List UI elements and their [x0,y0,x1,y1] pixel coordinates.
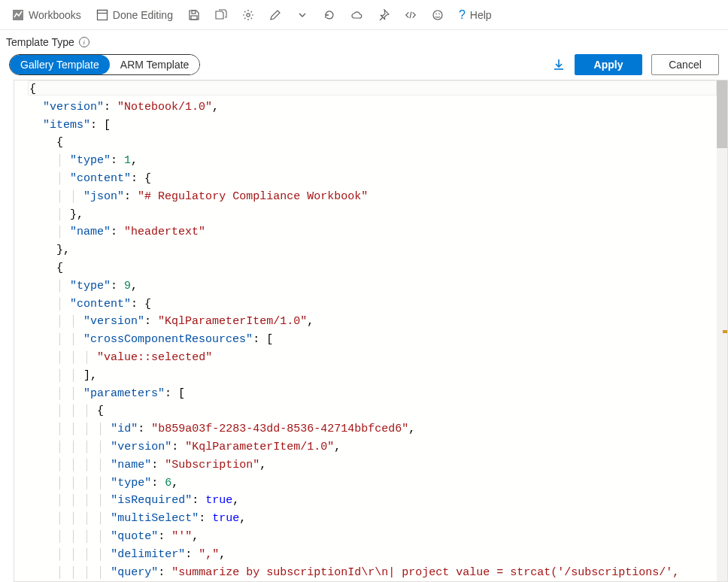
svg-rect-3 [192,11,196,14]
template-type-row: Template Type i [5,36,89,48]
save-as-icon [215,9,227,21]
pencil-icon [269,9,281,21]
template-type-toggle: Gallery Template ARM Template [9,54,200,75]
workbooks-icon [12,9,24,21]
template-type-label: Template Type [6,36,74,48]
toggle-gallery-label: Gallery Template [20,59,99,71]
refresh-icon [323,9,335,21]
toggle-gallery-template[interactable]: Gallery Template [10,55,110,74]
scrollbar-thumb[interactable] [717,80,727,148]
sub-header: Template Type i Gallery Template ARM Tem… [0,30,728,78]
toggle-arm-template[interactable]: ARM Template [110,55,200,74]
svg-rect-4 [191,16,197,20]
pin-icon [378,9,390,21]
done-editing-label: Done Editing [113,9,173,21]
cancel-button-label: Cancel [669,59,702,71]
editor-content[interactable]: { "version": "Notebook/1.0", "items": [ … [28,80,717,581]
feedback-button[interactable] [426,3,450,27]
code-button[interactable] [399,3,423,27]
edit-button[interactable] [263,3,287,27]
scrollbar-marker [723,330,727,333]
alerts-button[interactable] [344,3,369,27]
help-label: Help [470,9,492,21]
svg-point-5 [247,13,250,16]
gear-icon [242,9,254,21]
download-button[interactable] [552,58,566,71]
svg-rect-1 [97,10,107,20]
code-text[interactable]: { "version": "Notebook/1.0", "items": [ … [28,80,717,581]
done-editing-button[interactable]: Done Editing [90,3,179,27]
refresh-button[interactable] [317,3,341,27]
apply-button[interactable]: Apply [575,54,642,75]
svg-point-7 [433,11,442,20]
code-editor[interactable]: { "version": "Notebook/1.0", "items": [ … [14,80,728,582]
help-icon: ? [459,8,466,22]
svg-rect-2 [97,10,107,13]
top-toolbar: Workbooks Done Editing [0,0,728,30]
workbooks-label: Workbooks [29,9,81,21]
editor-scrollbar[interactable] [717,80,727,581]
dropdown-button[interactable] [290,3,314,27]
cloud-icon [350,9,362,21]
apply-button-label: Apply [594,59,623,71]
save-button[interactable] [182,3,206,27]
svg-point-8 [435,13,437,14]
svg-line-6 [410,11,411,18]
chevron-down-icon [296,9,308,21]
help-button[interactable]: ? Help [453,3,498,27]
save-icon [188,9,200,21]
controls-row: Gallery Template ARM Template Apply Canc… [5,54,719,75]
toggle-arm-label: ARM Template [120,59,190,71]
save-as-button[interactable] [209,3,233,27]
smiley-icon [432,9,444,21]
editor-gutter [14,80,28,581]
pin-button[interactable] [372,3,396,27]
cancel-button[interactable]: Cancel [651,54,719,75]
svg-point-9 [438,13,440,14]
done-editing-icon [96,9,108,21]
workbooks-menu[interactable]: Workbooks [6,3,87,27]
settings-button[interactable] [236,3,260,27]
info-icon[interactable]: i [79,37,89,47]
code-icon [405,9,417,21]
